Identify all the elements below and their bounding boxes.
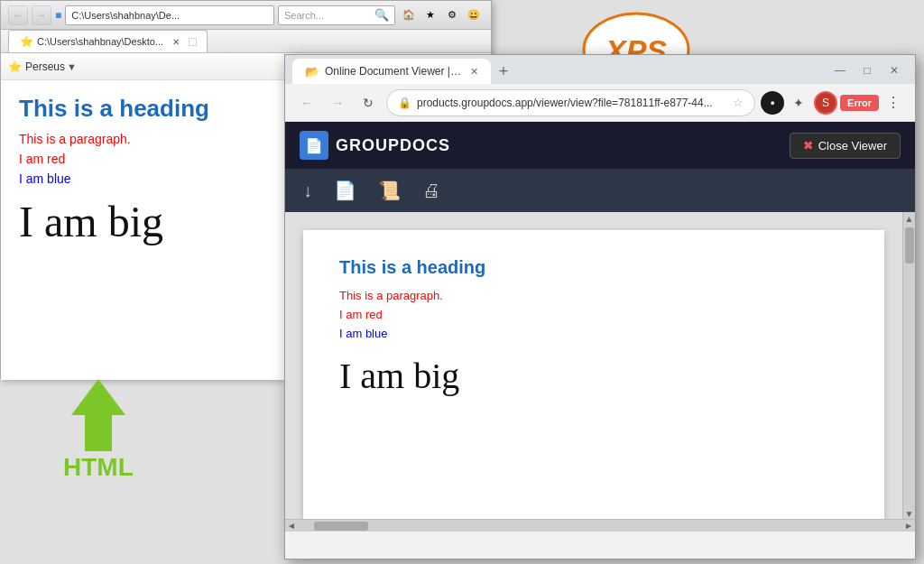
gd-scroll-thumb[interactable] — [905, 227, 914, 264]
forward-btn[interactable]: → — [32, 5, 51, 25]
home-icon[interactable]: 🏠 — [399, 5, 419, 25]
html-label: HTML — [63, 453, 134, 482]
chrome-minimize-btn[interactable]: — — [827, 57, 854, 84]
minimize-icon: — — [835, 64, 845, 77]
search-bar[interactable]: Search... 🔍 — [278, 5, 395, 25]
gd-toolbar: ↓ 📄 📜 🖨 — [285, 169, 915, 212]
gd-close-viewer-btn[interactable]: ✖ Close Viewer — [790, 133, 901, 159]
file-icon[interactable]: 📄 — [334, 180, 356, 201]
close-icon: ✕ — [890, 64, 899, 77]
chrome-refresh-btn[interactable]: ↻ — [356, 90, 381, 116]
download-icon[interactable]: ↓ — [303, 180, 312, 201]
chrome-close-btn[interactable]: ✕ — [881, 57, 908, 84]
gd-page-wrapper[interactable]: This is a heading This is a paragraph. I… — [285, 212, 902, 519]
bg-tab[interactable]: ⭐ C:\Users\shahbnay\Deskto... ✕ □ — [8, 30, 208, 52]
chrome-address-row: ← → ↻ 🔒 products.groupdocs.app/viewer/vi… — [285, 84, 915, 122]
gd-doc-red: I am red — [339, 308, 848, 321]
print-icon[interactable]: 🖨 — [422, 180, 440, 201]
chrome-extensions-icon[interactable]: ✦ — [786, 90, 811, 116]
lock-icon: 🔒 — [398, 97, 411, 109]
close-viewer-label: Close Viewer — [818, 139, 887, 153]
gd-content-area: This is a heading This is a paragraph. I… — [285, 212, 915, 519]
gd-hscroll-thumb[interactable] — [314, 522, 368, 531]
chrome-window-controls: — □ ✕ — [827, 57, 908, 84]
chrome-back-btn[interactable]: ← — [294, 90, 319, 116]
toolbar-label: Perseus — [25, 60, 65, 73]
tab-close-icon[interactable]: ✕ — [172, 37, 180, 47]
bg-tab-bar: ⭐ C:\Users\shahbnay\Deskto... ✕ □ — [1, 30, 491, 53]
arrow-container: HTML — [63, 379, 134, 482]
error-text: Error — [847, 97, 872, 108]
toolbar-favicon: ⭐ — [8, 60, 22, 73]
scroll-down-arrow[interactable]: ▼ — [905, 509, 914, 519]
chrome-maximize-btn[interactable]: □ — [854, 57, 881, 84]
bg-titlebar: ← → ■ C:\Users\shahbnay\De... Search... … — [1, 1, 491, 30]
close-x-icon: ✖ — [803, 139, 813, 153]
gd-logo-icon: 📄 — [300, 131, 328, 160]
gd-icon-symbol: 📄 — [305, 137, 323, 154]
chrome-tab-close-icon[interactable]: ✕ — [470, 66, 478, 78]
avatar-letter: S — [822, 97, 829, 109]
scroll-up-arrow[interactable]: ▲ — [905, 214, 914, 224]
svg-marker-0 — [71, 379, 125, 451]
chrome-menu-btn[interactable]: ⋮ — [881, 90, 906, 116]
new-tab-icon[interactable]: □ — [189, 34, 196, 49]
gd-hscrollbar[interactable]: ◄ ► — [285, 519, 915, 532]
search-placeholder: Search... — [284, 10, 324, 21]
address-icon: ■ — [55, 9, 61, 22]
star-bookmark-icon[interactable]: ☆ — [733, 96, 744, 109]
chrome-new-tab-btn[interactable]: + — [491, 59, 516, 84]
chrome-toolbar-icons: ● ✦ S Error ⋮ — [761, 90, 906, 116]
back-btn[interactable]: ← — [8, 5, 28, 25]
maximize-icon: □ — [864, 64, 870, 77]
chrome-tab-active[interactable]: 📂 Online Document Viewer | Free O ✕ — [292, 59, 491, 84]
hscroll-right-arrow[interactable]: ► — [904, 521, 913, 531]
new-tab-plus: + — [499, 62, 509, 81]
toolbar-dropdown[interactable]: ▼ — [67, 61, 77, 72]
tab-favicon: ⭐ — [20, 35, 33, 48]
chrome-account-icon[interactable]: S — [813, 90, 838, 116]
gd-doc-para: This is a paragraph. — [339, 289, 848, 302]
window-controls: 🏠 ★ ⚙ 😀 — [399, 5, 484, 25]
gd-logo-text: GROUPDOCS — [336, 136, 450, 155]
chrome-tab-row: 📂 Online Document Viewer | Free O ✕ + — … — [285, 55, 915, 84]
pdf-icon[interactable]: 📜 — [378, 180, 401, 201]
gd-page: This is a heading This is a paragraph. I… — [303, 230, 884, 519]
gd-doc-big: I am big — [339, 355, 848, 397]
record-icon: ● — [770, 98, 774, 107]
gd-logo: 📄 GROUPDOCS — [300, 131, 450, 160]
search-icon: 🔍 — [374, 8, 389, 22]
chrome-window: 📂 Online Document Viewer | Free O ✕ + — … — [284, 54, 916, 559]
gd-scrollbar[interactable]: ▲ ▼ — [902, 212, 915, 519]
smiley-icon[interactable]: 😀 — [464, 5, 484, 25]
address-bar[interactable]: C:\Users\shahbnay\De... — [65, 5, 274, 25]
chrome-record-btn[interactable]: ● — [761, 91, 784, 115]
chrome-forward-btn[interactable]: → — [325, 90, 350, 116]
hscroll-left-arrow[interactable]: ◄ — [287, 521, 296, 531]
gd-doc-heading: This is a heading — [339, 257, 848, 278]
tab-label: C:\Users\shahbnay\Deskto... — [37, 36, 163, 47]
gear-icon[interactable]: ⚙ — [442, 5, 462, 25]
address-text: C:\Users\shahbnay\De... — [71, 10, 180, 21]
chrome-address-bar[interactable]: 🔒 products.groupdocs.app/viewer/view?fil… — [386, 89, 755, 116]
chrome-tab-label: Online Document Viewer | Free O — [325, 65, 461, 78]
chrome-tab-favicon: 📂 — [305, 65, 319, 79]
chrome-address-text: products.groupdocs.app/viewer/view?file=… — [417, 97, 727, 109]
user-avatar: S — [814, 91, 837, 115]
arrow-icon — [67, 379, 130, 451]
error-badge: Error — [840, 95, 879, 111]
gd-doc-blue: I am blue — [339, 327, 848, 340]
star-icon[interactable]: ★ — [420, 5, 440, 25]
gd-header: 📄 GROUPDOCS ✖ Close Viewer — [285, 122, 915, 169]
